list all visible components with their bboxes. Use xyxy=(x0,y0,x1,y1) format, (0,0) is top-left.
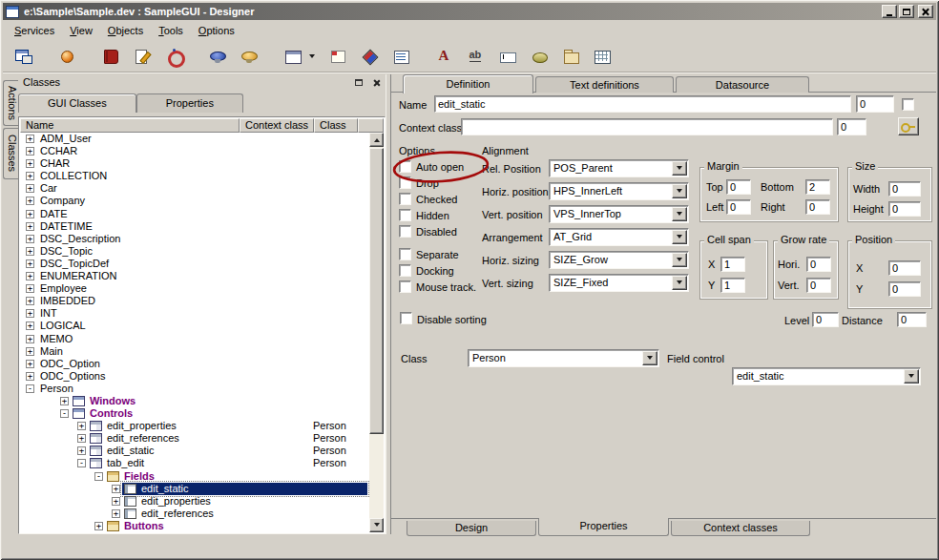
classes-tab-gui-classes[interactable]: GUI Classes xyxy=(18,93,136,113)
dropdown-arrangement[interactable]: AT_Grid xyxy=(549,228,689,246)
expander-icon[interactable]: + xyxy=(26,159,34,168)
dropdown-horiz-position[interactable]: HPS_InnerLeft xyxy=(549,182,689,200)
static-text-button[interactable] xyxy=(464,44,488,68)
tree-item[interactable]: +edit_references xyxy=(20,508,369,520)
tree-item[interactable]: -tab_editPerson xyxy=(20,457,369,469)
panel-close-button[interactable] xyxy=(369,76,383,89)
expander-icon[interactable]: + xyxy=(26,210,34,218)
expander-icon[interactable]: - xyxy=(60,409,69,418)
checkbox-disabled[interactable] xyxy=(399,225,411,238)
margin-right-input[interactable] xyxy=(805,199,830,215)
form-window-button[interactable] xyxy=(281,44,304,68)
grid-button[interactable] xyxy=(590,44,614,68)
new-form-button[interactable] xyxy=(10,44,34,68)
expander-icon[interactable]: + xyxy=(26,197,34,205)
tree-item[interactable]: +edit_staticPerson xyxy=(20,445,369,457)
minimize-button[interactable] xyxy=(882,5,897,18)
context-class-key-button[interactable] xyxy=(898,117,919,135)
expander-icon[interactable]: + xyxy=(26,372,34,381)
tree-item[interactable]: +DSC_Description xyxy=(20,233,369,245)
tree-item[interactable]: +Windows xyxy=(20,395,369,407)
checkbox-docking[interactable] xyxy=(399,264,411,277)
expander-icon[interactable]: + xyxy=(77,434,86,443)
scroll-up-button[interactable] xyxy=(369,133,384,147)
distance-input[interactable] xyxy=(897,312,927,327)
grow-rate-vertical-input[interactable] xyxy=(806,278,831,293)
tree-item[interactable]: +DSC_Topic xyxy=(20,245,369,258)
expander-icon[interactable]: + xyxy=(26,259,34,268)
tab-definition[interactable]: Definition xyxy=(403,74,533,93)
tree-item[interactable]: +INT xyxy=(20,307,369,320)
ribbon-button[interactable] xyxy=(357,44,381,68)
tab-design[interactable]: Design xyxy=(407,521,536,536)
expander-icon[interactable]: + xyxy=(26,360,34,368)
dropdown-horiz-sizing[interactable]: SIZE_Grow xyxy=(549,251,689,269)
tree-item[interactable]: +Main xyxy=(20,345,369,358)
menu-view[interactable]: View xyxy=(62,22,100,39)
tree-item[interactable]: +Car xyxy=(20,182,369,195)
dropdown-button[interactable] xyxy=(672,230,687,244)
tree-item[interactable]: +ODC_Options xyxy=(20,370,369,383)
disable-sorting-checkbox[interactable] xyxy=(400,312,412,324)
expander-icon[interactable]: + xyxy=(26,284,34,293)
run-button[interactable] xyxy=(54,44,78,68)
tree-item[interactable]: +Buttons xyxy=(20,520,369,532)
dropdown-button[interactable] xyxy=(672,276,687,290)
scrollbar-thumb[interactable] xyxy=(369,148,384,434)
field-control-dropdown-button[interactable] xyxy=(904,369,919,384)
checkbox-auto-open[interactable] xyxy=(399,160,411,173)
tree-item[interactable]: -Person xyxy=(20,383,369,395)
expander-icon[interactable]: + xyxy=(26,297,34,305)
tree-item[interactable]: +CCHAR xyxy=(20,145,369,157)
tree-item[interactable]: +ODC_Option xyxy=(20,358,369,370)
name-number-input[interactable] xyxy=(856,95,894,113)
side-tab-classes[interactable]: Classes xyxy=(3,128,18,179)
dropdown-vert-sizing[interactable]: SIZE_Fixed xyxy=(549,274,689,292)
tree-item[interactable]: +edit_referencesPerson xyxy=(20,432,369,445)
tree-item[interactable]: +ENUMERATION xyxy=(20,270,369,282)
tab-context-classes[interactable]: Context classes xyxy=(671,521,810,536)
context-class-number-input[interactable] xyxy=(837,118,866,135)
dropdown-button[interactable] xyxy=(672,161,687,176)
column-header-context-class[interactable]: Context class xyxy=(240,118,314,133)
expander-icon[interactable]: - xyxy=(77,459,86,467)
edit-source-button[interactable] xyxy=(130,44,154,68)
expander-icon[interactable]: + xyxy=(26,235,34,243)
name-input[interactable] xyxy=(434,95,851,113)
tree-item[interactable]: +DATE xyxy=(20,208,369,220)
expander-icon[interactable]: + xyxy=(26,184,34,193)
expander-icon[interactable]: + xyxy=(112,509,120,518)
size-width-input[interactable] xyxy=(888,181,921,197)
tree-item[interactable]: +IMBEDDED xyxy=(20,295,369,307)
tab-properties[interactable]: Properties xyxy=(538,518,669,536)
expander-icon[interactable]: + xyxy=(26,147,34,156)
titlebar[interactable]: e:\Sample\Sample.dev : SampleGUI - Desig… xyxy=(3,3,936,20)
column-header-class[interactable]: Class xyxy=(314,118,358,133)
expander-icon[interactable]: + xyxy=(26,272,34,280)
checkbox-checked[interactable] xyxy=(399,193,411,205)
menu-tools[interactable]: Tools xyxy=(151,22,191,39)
expander-icon[interactable]: + xyxy=(60,397,69,405)
tree-item[interactable]: +ADM_User xyxy=(20,133,369,145)
dropdown-button[interactable] xyxy=(672,184,687,198)
checkbox-drop[interactable] xyxy=(399,176,411,189)
library-button[interactable] xyxy=(98,44,122,68)
lamp-blue-button[interactable] xyxy=(205,44,229,68)
checkbox-mouse-track[interactable] xyxy=(399,280,411,293)
tab-datasource[interactable]: Datasource xyxy=(676,76,809,93)
position-x-input[interactable] xyxy=(888,260,921,276)
edit-field-button[interactable] xyxy=(495,44,519,68)
menu-options[interactable]: Options xyxy=(191,22,242,39)
expander-icon[interactable]: + xyxy=(112,485,120,493)
tree-item[interactable]: +DSC_TopicDef xyxy=(20,258,369,270)
classes-panel-header[interactable]: Classes xyxy=(18,74,386,92)
expander-icon[interactable]: + xyxy=(26,321,34,330)
column-header-name[interactable]: Name xyxy=(20,118,240,133)
expander-icon[interactable]: + xyxy=(26,172,34,180)
tab-text-definitions[interactable]: Text definitions xyxy=(535,76,674,93)
level-input[interactable] xyxy=(812,312,839,327)
margin-left-input[interactable] xyxy=(726,199,751,215)
push-button-button[interactable] xyxy=(527,44,551,68)
class-dropdown[interactable]: Person xyxy=(468,349,659,367)
dropdown-button[interactable] xyxy=(672,207,687,221)
